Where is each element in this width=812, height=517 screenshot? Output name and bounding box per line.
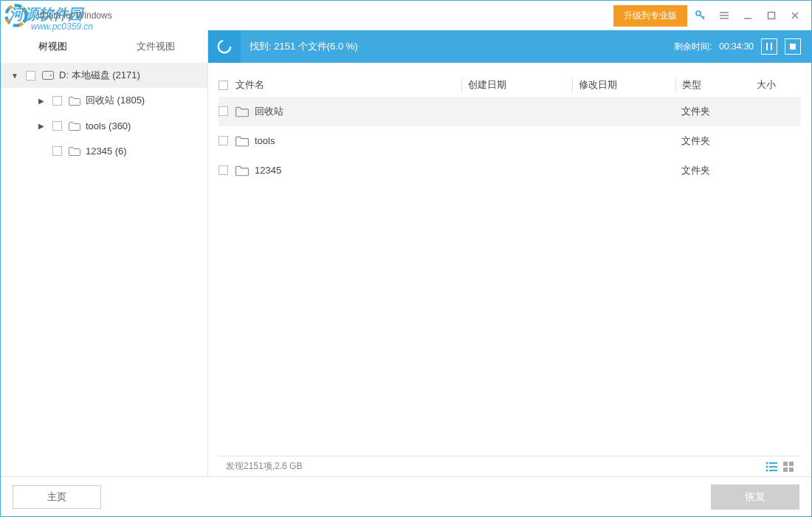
home-button[interactable]: 主页	[13, 485, 101, 509]
tree: ▼ D: 本地磁盘 (2171) ▶ 回收站 (1805) ▶ tools (3…	[1, 63, 207, 476]
col-create[interactable]: 创建日期	[461, 78, 572, 92]
chevron-down-icon[interactable]: ▼	[10, 72, 20, 80]
list-view-icon[interactable]	[765, 462, 777, 472]
status-text: 发现2151项,2.6 GB	[226, 460, 302, 473]
status-bar: 发现2151项,2.6 GB	[219, 456, 801, 476]
select-all-checkbox[interactable]	[219, 81, 228, 90]
checkbox[interactable]	[52, 96, 62, 106]
svg-point-12	[766, 469, 768, 471]
table-row[interactable]: tools 文件夹	[219, 126, 801, 156]
key-icon[interactable]	[690, 5, 711, 26]
titlebar: itData for Windows 河源软件园 www.pc0359.cn 升…	[1, 1, 811, 30]
remaining-time: 00:34:30	[719, 41, 754, 52]
tab-tree-view[interactable]: 树视图	[1, 30, 104, 63]
maximize-button[interactable]	[761, 5, 782, 26]
tree-item[interactable]: 12345 (6)	[1, 138, 207, 163]
folder-icon	[235, 105, 249, 118]
remaining-label: 剩余时间:	[674, 41, 712, 53]
pause-button[interactable]	[761, 38, 777, 55]
chevron-right-icon[interactable]: ▶	[36, 97, 47, 105]
sidebar: 树视图 文件视图 ▼ D: 本地磁盘 (2171) ▶ 回收站 (1805) ▶…	[1, 30, 207, 476]
checkbox[interactable]	[219, 165, 228, 175]
stop-button[interactable]	[785, 38, 801, 55]
svg-rect-9	[769, 462, 777, 464]
table-body: 回收站 文件夹 tools 文件夹 12345	[219, 97, 801, 456]
svg-rect-7	[790, 44, 796, 49]
tree-item[interactable]: ▶ 回收站 (1805)	[1, 88, 207, 113]
table-row[interactable]: 12345 文件夹	[219, 156, 801, 185]
upgrade-button[interactable]: 升级到专业版	[613, 5, 687, 27]
recover-button[interactable]: 恢复	[711, 485, 799, 510]
svg-rect-3	[768, 13, 775, 19]
col-type[interactable]: 类型	[675, 78, 757, 92]
checkbox[interactable]	[219, 136, 228, 145]
svg-rect-17	[789, 468, 794, 472]
scan-found-text: 找到: 2151 个文件(6.0 %)	[250, 40, 358, 53]
minimize-button[interactable]	[737, 5, 758, 26]
checkbox[interactable]	[52, 146, 62, 156]
svg-rect-16	[783, 468, 788, 472]
tree-root[interactable]: ▼ D: 本地磁盘 (2171)	[1, 63, 207, 88]
svg-rect-14	[783, 462, 788, 466]
scan-progress-bar: 找到: 2151 个文件(6.0 %) 剩余时间: 00:34:30	[208, 30, 811, 63]
folder-icon	[68, 96, 81, 106]
view-tabs: 树视图 文件视图	[1, 30, 207, 63]
svg-rect-4	[43, 72, 54, 80]
folder-icon	[235, 164, 249, 177]
table-row[interactable]: 回收站 文件夹	[219, 97, 801, 126]
folder-icon	[68, 146, 81, 156]
svg-point-10	[766, 465, 768, 468]
svg-rect-13	[769, 470, 777, 471]
svg-point-6	[219, 41, 231, 53]
drive-icon	[41, 71, 55, 80]
tree-item[interactable]: ▶ tools (360)	[1, 113, 207, 138]
svg-point-8	[766, 462, 768, 464]
file-table: 文件名 创建日期 修改日期 类型 大小 回收站 文件夹 tools	[208, 63, 811, 476]
folder-icon	[235, 134, 249, 148]
svg-rect-11	[769, 466, 777, 468]
svg-point-5	[50, 75, 52, 76]
col-size[interactable]: 大小	[757, 78, 801, 92]
hamburger-icon[interactable]	[714, 5, 734, 26]
col-modify[interactable]: 修改日期	[572, 78, 675, 92]
chevron-right-icon[interactable]: ▶	[36, 122, 47, 130]
folder-icon	[68, 121, 81, 131]
table-header: 文件名 创建日期 修改日期 类型 大小	[219, 73, 801, 97]
checkbox[interactable]	[26, 71, 35, 81]
tab-file-view[interactable]: 文件视图	[104, 30, 207, 63]
main-panel: 找到: 2151 个文件(6.0 %) 剩余时间: 00:34:30 文件名 创…	[207, 30, 811, 476]
checkbox[interactable]	[219, 106, 228, 116]
spinner-icon	[208, 30, 241, 63]
app-logo: itData for Windows	[4, 3, 112, 28]
col-name[interactable]: 文件名	[235, 78, 461, 92]
footer: 主页 恢复	[1, 476, 811, 516]
close-button[interactable]	[785, 5, 805, 26]
app-title: itData for Windows	[38, 10, 112, 21]
grid-view-icon[interactable]	[783, 462, 794, 472]
svg-rect-15	[789, 462, 794, 466]
checkbox[interactable]	[52, 121, 62, 131]
